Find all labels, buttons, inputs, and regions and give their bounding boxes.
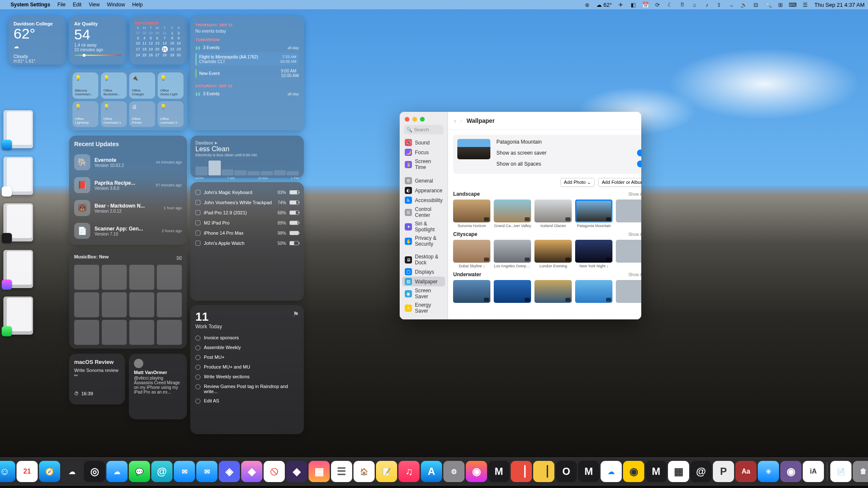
- home-tile[interactable]: 💡Officeoverhead 2: [158, 101, 184, 128]
- status-icon[interactable]: ⌨: [790, 2, 796, 8]
- batteries-widget[interactable]: John's Magic Keyboard83%John Voorhees's …: [190, 182, 304, 301]
- sidebar-item-displays[interactable]: ▢Displays: [402, 267, 445, 277]
- status-icon[interactable]: ⠿: [679, 2, 685, 8]
- status-weather[interactable]: ☁︎ 62°: [596, 2, 612, 8]
- status-icon[interactable]: ⌂: [691, 2, 698, 8]
- dock-app-onedrive[interactable]: ☁︎: [601, 461, 622, 482]
- dock-app-cloud[interactable]: ☁︎: [61, 461, 83, 482]
- toggle[interactable]: [637, 150, 641, 156]
- sidebar-item-privacy-security[interactable]: ✋Privacy & Security: [402, 234, 445, 248]
- dock-app-calendar[interactable]: 21: [17, 461, 38, 482]
- sidebar-item-siri-spotlight[interactable]: ✦Siri & Spotlight: [402, 219, 445, 234]
- update-item[interactable]: 📕Paprika Recipe...Version 3.8.057 minute…: [74, 174, 182, 197]
- add-photo-button[interactable]: Add Photo ⌄: [560, 178, 595, 187]
- status-icon[interactable]: 📅: [642, 2, 648, 8]
- update-item[interactable]: 🐘EvernoteVersion 10.62.244 minutes ago: [74, 151, 182, 174]
- dock-app-pixelmator[interactable]: ▦: [309, 461, 330, 482]
- reminders-widget[interactable]: 11⚑ Work Today Invoice sponsorsAssemble …: [190, 305, 304, 434]
- stage-window[interactable]: [3, 110, 33, 148]
- dock-app-doc[interactable]: 📄: [830, 461, 851, 482]
- reminder-item[interactable]: Invoice sponsors: [195, 333, 299, 343]
- control-center-icon[interactable]: ☰: [802, 2, 808, 8]
- reminder-item[interactable]: Post MU+: [195, 352, 299, 362]
- reminder-item[interactable]: Edit AS: [195, 396, 299, 406]
- dock-app-bookmark[interactable]: ▕: [511, 461, 532, 482]
- dock-app-mail[interactable]: ✉︎: [174, 461, 195, 482]
- calendar-widget[interactable]: SEPTEMBER SMTWTFS27282930311234567891011…: [130, 16, 187, 65]
- weather-widget[interactable]: Davidson College 62° ☁︎ Cloudy H:81° L:6…: [8, 16, 66, 65]
- stage-window[interactable]: [3, 157, 33, 195]
- status-icon[interactable]: ☾: [667, 2, 673, 8]
- close-button[interactable]: [405, 117, 409, 122]
- update-item[interactable]: 🐻Bear - Markdown N...Version 2.0.121 hou…: [74, 197, 182, 219]
- dock-app-notes[interactable]: 📝: [376, 461, 397, 482]
- sidebar-item-focus[interactable]: 🌙Focus: [402, 147, 445, 157]
- dock-app-settings[interactable]: ⚙︎: [443, 461, 465, 482]
- wallpaper-thumb[interactable]: Patagonia Mountain: [575, 200, 612, 228]
- reminder-item[interactable]: Write Weekly sections: [195, 372, 299, 382]
- home-tile[interactable]: 🖨OfficePrinter: [129, 101, 155, 128]
- wallpaper-thumb[interactable]: [453, 280, 490, 304]
- dock-app-app1[interactable]: ◆: [241, 461, 262, 482]
- wallpaper-thumb[interactable]: Iceland Glacier: [534, 200, 572, 228]
- home-tile[interactable]: 💡OfficeLightstrip: [72, 101, 98, 128]
- sidebar-item-energy-saver[interactable]: ⚡︎Energy Saver: [402, 301, 445, 315]
- dock-app-appstore[interactable]: A: [421, 461, 442, 482]
- social-widget[interactable]: Matt VanOrmer @viticci playing Assassins…: [129, 354, 187, 419]
- dock-app-messages[interactable]: 💬: [129, 461, 150, 482]
- minimize-button[interactable]: [412, 117, 417, 122]
- status-icon[interactable]: ⊞: [777, 2, 784, 8]
- dock-app-weather[interactable]: ☀︎: [758, 461, 779, 482]
- show-all-link[interactable]: Show All (30): [628, 232, 641, 237]
- dock-app-reminders[interactable]: ☰: [331, 461, 352, 482]
- dock-app-instagram[interactable]: ◉: [466, 461, 487, 482]
- dock-app-m2[interactable]: M: [578, 461, 599, 482]
- dock-app-o[interactable]: O: [556, 461, 577, 482]
- reminder-item[interactable]: Review Games Post tag in Raindrop and wr…: [195, 382, 299, 396]
- dock-app-dict[interactable]: Aa: [735, 461, 757, 482]
- home-tile[interactable]: 💡OfficeOverhead 1: [101, 101, 127, 128]
- sidebar-item-accessibility[interactable]: ♿︎Accessibility: [402, 195, 445, 205]
- menu-edit[interactable]: Edit: [73, 2, 82, 8]
- add-folder-button[interactable]: Add Folder or Album ⌄: [598, 178, 641, 187]
- status-icon[interactable]: ◧: [630, 2, 636, 8]
- sidebar-item-wallpaper[interactable]: ▨Wallpaper: [402, 277, 445, 286]
- reminder-item[interactable]: Assemble Weekly: [195, 343, 299, 352]
- forward-button[interactable]: ›: [460, 117, 462, 124]
- dock-app-circle[interactable]: ◎: [84, 461, 105, 482]
- wifi-icon[interactable]: ⌵: [728, 2, 734, 8]
- dock-app-github[interactable]: ◉: [780, 461, 801, 482]
- home-tile[interactable]: 💡OfficeGlobe Light: [158, 72, 184, 99]
- dock-app-app2[interactable]: 🚫: [264, 461, 285, 482]
- dock-app-music[interactable]: ♫: [398, 461, 420, 482]
- sidebar-item-desktop-dock[interactable]: 🖥Desktop & Dock: [402, 252, 445, 267]
- updates-widget[interactable]: Recent Updates 🐘EvernoteVersion 10.62.24…: [69, 136, 187, 245]
- app-menu[interactable]: System Settings: [11, 2, 50, 8]
- stage-window[interactable]: [3, 297, 33, 335]
- dock-app-safari[interactable]: 🧭: [39, 461, 60, 482]
- dock-app-finder[interactable]: ☺: [0, 461, 15, 482]
- wallpaper-thumb[interactable]: Dubai Skyline ↓: [453, 240, 490, 268]
- musicbox-widget[interactable]: MusicBox: New✉︎: [69, 249, 187, 349]
- wallpaper-thumb[interactable]: [494, 280, 531, 304]
- dock-app-m1[interactable]: M: [488, 461, 509, 482]
- reminder-item[interactable]: Produce MU+ and MU: [195, 362, 299, 372]
- toggle[interactable]: [637, 161, 641, 167]
- wallpaper-thumb[interactable]: London Evening: [534, 240, 572, 268]
- notes-widget[interactable]: macOS Review Write Sonoma review ✏︎ ⏱16:…: [69, 354, 125, 405]
- status-datetime[interactable]: Thu Sep 21 4:37 AM: [814, 2, 865, 8]
- dock-app-threads[interactable]: @: [690, 461, 712, 482]
- sidebar-item-control-center[interactable]: ☰Control Center: [402, 205, 445, 219]
- volume-icon[interactable]: 🔊: [740, 2, 747, 8]
- home-tile[interactable]: 💡BalconyOverhead...: [72, 72, 98, 99]
- status-icon[interactable]: ⇪: [716, 2, 722, 8]
- menu-view[interactable]: View: [89, 2, 100, 8]
- status-icon[interactable]: ♪: [704, 2, 710, 8]
- wallpaper-thumb[interactable]: [575, 280, 612, 304]
- event-item[interactable]: New Event 9:00 AM10:00 AM: [195, 67, 299, 80]
- sidebar-item-screen-time[interactable]: ⏳Screen Time: [402, 157, 445, 172]
- dock-app-ia[interactable]: iA: [803, 461, 824, 482]
- aqi-widget[interactable]: Air Quality 54 1.4 mi away 10 minutes ag…: [69, 16, 126, 65]
- sidebar-item-sound[interactable]: 🔊Sound: [402, 138, 445, 147]
- status-icon[interactable]: ⊕: [584, 2, 590, 8]
